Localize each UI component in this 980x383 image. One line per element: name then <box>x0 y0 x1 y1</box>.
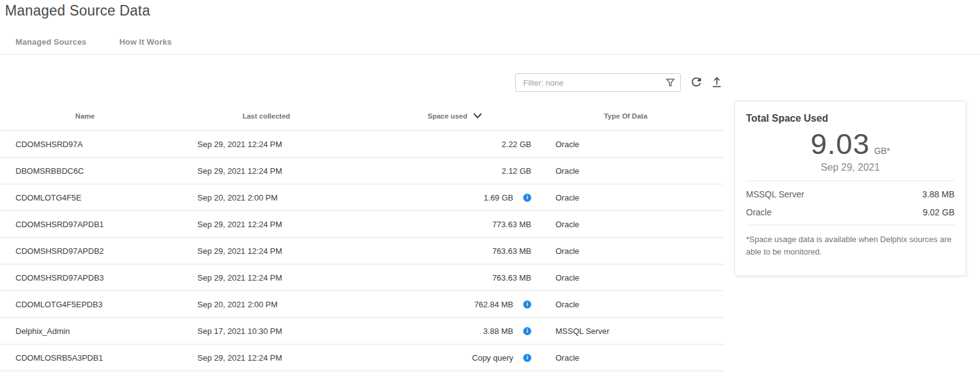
tab-bar: Managed Sources How It Works <box>16 37 172 47</box>
cell-name: CDOMSHSRD97APDB1 <box>0 220 186 229</box>
cell-space-used: 762.84 MBi <box>371 300 539 309</box>
table-row[interactable]: CDOMSHSRD97APDB1Sep 29, 2021 12:24 PM773… <box>0 211 724 238</box>
cell-space-used: 1.69 GBi <box>371 193 539 202</box>
cell-last-collected: Sep 17, 2021 10:30 PM <box>186 327 371 336</box>
cell-last-collected: Sep 29, 2021 12:24 PM <box>186 140 371 149</box>
cell-type-of-data: Oracle <box>539 166 724 176</box>
breakdown-label: MSSQL Server <box>746 189 804 199</box>
cell-type-of-data: Oracle <box>539 353 724 363</box>
table-toolbar <box>515 73 724 92</box>
cell-space-used: 3.88 MBi <box>371 327 539 336</box>
space-used-value: 1.69 GB <box>483 193 513 202</box>
cell-name: CDOMSHSRD97APDB3 <box>0 273 186 282</box>
tab-bar-divider <box>0 54 980 55</box>
space-used-value: 2.22 GB <box>501 140 531 149</box>
column-header-space-used-label: Space used <box>428 112 467 120</box>
space-used-value: 763.63 MB <box>492 273 531 282</box>
total-space-unit: GB* <box>874 146 890 156</box>
table-row[interactable]: CDOMSHSRD97ASep 29, 2021 12:24 PM2.22 GB… <box>0 131 724 158</box>
refresh-icon <box>690 75 703 91</box>
column-header-space-used[interactable]: Space used <box>371 112 539 120</box>
total-space-value-group: 9.03 GB* <box>746 127 955 161</box>
space-used-value: 773.63 MB <box>492 220 531 229</box>
column-header-name[interactable]: Name <box>0 112 186 120</box>
total-space-value: 9.03 <box>811 127 870 161</box>
info-icon[interactable]: i <box>523 300 531 309</box>
cell-space-used: 2.12 GB <box>371 166 539 176</box>
table-row[interactable]: DBOMSRBBDC6CSep 29, 2021 12:24 PM2.12 GB… <box>0 158 724 184</box>
cell-space-used: 2.22 GB <box>371 140 539 149</box>
cell-last-collected: Sep 20, 2021 2:00 PM <box>186 193 371 202</box>
page-title: Managed Source Data <box>5 2 150 19</box>
breakdown-value: 9.02 GB <box>923 207 955 217</box>
table-row[interactable]: CDOMLOTG4F5ESep 20, 2021 2:00 PM1.69 GBi… <box>0 184 724 211</box>
table-body: CDOMSHSRD97ASep 29, 2021 12:24 PM2.22 GB… <box>0 131 724 371</box>
cell-name: DBOMSRBBDC6C <box>0 166 186 176</box>
cell-type-of-data: Oracle <box>539 220 724 229</box>
cell-name: CDOMSHSRD97APDB2 <box>0 246 186 256</box>
filter-input-wrapper <box>515 73 681 92</box>
cell-space-used: 763.63 MB <box>371 246 539 256</box>
managed-source-data-page: Managed Source Data Managed Sources How … <box>0 0 980 383</box>
table-header-row: Name Last collected Space used Type Of D… <box>0 101 724 131</box>
summary-divider-bottom <box>746 225 955 225</box>
filter-input[interactable] <box>515 73 681 92</box>
column-header-last-collected[interactable]: Last collected <box>186 112 371 120</box>
table-row[interactable]: CDOMLOSRB5A3PDB1Sep 29, 2021 12:24 PMCop… <box>0 345 724 371</box>
info-icon[interactable]: i <box>523 354 531 362</box>
cell-name: Delphix_Admin <box>0 327 186 336</box>
column-header-type-of-data[interactable]: Type Of Data <box>539 112 724 120</box>
table-row[interactable]: Delphix_AdminSep 17, 2021 10:30 PM3.88 M… <box>0 318 724 345</box>
cell-last-collected: Sep 29, 2021 12:24 PM <box>186 273 371 282</box>
cell-last-collected: Sep 29, 2021 12:24 PM <box>186 353 371 363</box>
space-used-value: 762.84 MB <box>474 300 513 309</box>
summary-title: Total Space Used <box>746 113 955 124</box>
tab-how-it-works[interactable]: How It Works <box>119 37 172 47</box>
cell-space-used: Copy queryi <box>371 353 539 363</box>
summary-date: Sep 29, 2021 <box>746 162 955 173</box>
cell-name: CDOMLOTG4F5E <box>0 193 186 202</box>
summary-footnote: *Space usage data is available when Delp… <box>746 233 955 258</box>
funnel-icon[interactable] <box>666 78 675 89</box>
total-space-used-card: Total Space Used 9.03 GB* Sep 29, 2021 M… <box>734 101 966 276</box>
summary-divider-top <box>746 181 955 181</box>
cell-type-of-data: Oracle <box>539 140 724 149</box>
upload-icon <box>711 76 723 90</box>
cell-type-of-data: Oracle <box>539 193 724 202</box>
cell-type-of-data: Oracle <box>539 273 724 282</box>
space-used-value: 2.12 GB <box>501 166 531 176</box>
cell-name: CDOMLOTG4F5EPDB3 <box>0 300 186 309</box>
breakdown-row-oracle: Oracle 9.02 GB <box>746 207 955 217</box>
table-row[interactable]: CDOMLOTG4F5EPDB3Sep 20, 2021 2:00 PM762.… <box>0 291 724 318</box>
cell-last-collected: Sep 20, 2021 2:00 PM <box>186 300 371 309</box>
sort-descending-icon[interactable] <box>473 112 482 120</box>
breakdown-row-mssql: MSSQL Server 3.88 MB <box>746 189 955 199</box>
info-icon[interactable]: i <box>523 327 531 335</box>
cell-name: CDOMLOSRB5A3PDB1 <box>0 353 186 363</box>
cell-name: CDOMSHSRD97A <box>0 140 186 149</box>
cell-last-collected: Sep 29, 2021 12:24 PM <box>186 166 371 176</box>
cell-type-of-data: MSSQL Server <box>539 327 724 336</box>
breakdown-value: 3.88 MB <box>922 189 955 199</box>
table-row[interactable]: CDOMSHSRD97APDB2Sep 29, 2021 12:24 PM763… <box>0 238 724 264</box>
cell-last-collected: Sep 29, 2021 12:24 PM <box>186 246 371 256</box>
info-icon[interactable]: i <box>523 194 531 202</box>
refresh-button[interactable] <box>689 75 704 90</box>
breakdown-label: Oracle <box>746 207 771 217</box>
copy-query-action[interactable]: Copy query <box>472 353 513 363</box>
export-button[interactable] <box>709 75 724 90</box>
table-row[interactable]: CDOMSHSRD97APDB3Sep 29, 2021 12:24 PM763… <box>0 264 724 291</box>
cell-type-of-data: Oracle <box>539 246 724 256</box>
cell-space-used: 773.63 MB <box>371 220 539 229</box>
cell-space-used: 763.63 MB <box>371 273 539 282</box>
space-used-value: 763.63 MB <box>492 246 531 256</box>
cell-last-collected: Sep 29, 2021 12:24 PM <box>186 220 371 229</box>
cell-type-of-data: Oracle <box>539 300 724 309</box>
managed-sources-table: Name Last collected Space used Type Of D… <box>0 101 724 371</box>
tab-managed-sources[interactable]: Managed Sources <box>16 37 86 47</box>
space-used-value: 3.88 MB <box>483 327 513 336</box>
